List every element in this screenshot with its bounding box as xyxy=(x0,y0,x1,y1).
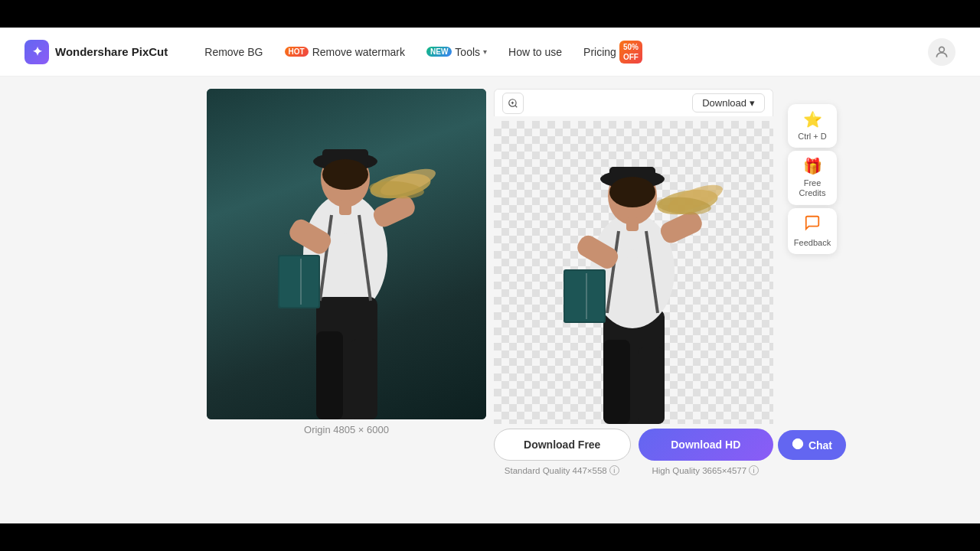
svg-point-8 xyxy=(322,159,368,190)
svg-rect-9 xyxy=(339,200,351,215)
logo-icon: ✦ xyxy=(24,40,49,64)
feedback-label: Feedback xyxy=(794,238,831,248)
logo-area[interactable]: ✦ Wondershare PixCut xyxy=(24,40,168,64)
remove-watermark-link[interactable]: HOT Remove watermark xyxy=(285,46,405,58)
free-credits-widget[interactable]: 🎁 Free Credits xyxy=(788,151,837,204)
chat-button[interactable]: Chat xyxy=(778,430,846,460)
tools-label: Tools xyxy=(455,46,480,58)
download-top-button[interactable]: Download ▾ xyxy=(692,93,765,112)
main-content: Origin 4805 × 6000 Download ▾ xyxy=(0,77,980,523)
pricing-label: Pricing xyxy=(583,46,616,58)
remove-watermark-label: Remove watermark xyxy=(312,46,405,58)
result-woman-figure xyxy=(519,126,749,424)
svg-rect-4 xyxy=(351,339,377,419)
download-hd-button[interactable]: Download HD xyxy=(639,429,774,461)
ctrl-d-label: Ctrl + D xyxy=(798,132,827,142)
svg-point-32 xyxy=(609,177,655,207)
tools-link[interactable]: NEW Tools ▾ xyxy=(426,46,487,58)
svg-rect-27 xyxy=(638,347,665,424)
svg-point-0 xyxy=(939,47,945,52)
feedback-icon xyxy=(804,214,821,235)
standard-quality-info-icon[interactable]: i xyxy=(609,465,619,475)
original-image-bg xyxy=(207,89,486,419)
high-quality-label: High Quality 3665×4577 i xyxy=(638,465,774,475)
panels-container: Origin 4805 × 6000 Download ▾ xyxy=(203,89,777,475)
logo-text: Wondershare PixCut xyxy=(55,45,168,58)
svg-rect-39 xyxy=(565,271,604,321)
pricing-percent: 50% xyxy=(623,43,639,51)
user-icon-button[interactable] xyxy=(928,38,956,66)
original-dimension-label: Origin 4805 × 6000 xyxy=(304,424,389,435)
original-image-wrapper xyxy=(207,89,486,419)
chat-label: Chat xyxy=(808,439,832,452)
how-to-use-link[interactable]: How to use xyxy=(508,46,562,58)
right-sidebar: ⭐ Ctrl + D 🎁 Free Credits Feedback xyxy=(788,104,837,254)
original-image-label: Origin 4805 × 6000 xyxy=(203,424,490,435)
chevron-down-icon: ▾ xyxy=(483,47,487,56)
zoom-button[interactable] xyxy=(502,93,524,114)
navbar: ✦ Wondershare PixCut Remove BG HOT Remov… xyxy=(0,28,980,77)
gift-icon: 🎁 xyxy=(803,157,822,175)
pricing-link[interactable]: Pricing 50% OFF xyxy=(583,41,642,64)
chevron-down-icon: ▾ xyxy=(750,97,755,109)
remove-bg-link[interactable]: Remove BG xyxy=(204,46,263,58)
chat-icon xyxy=(792,438,804,452)
black-bar-top xyxy=(0,0,980,28)
high-quality-info-icon[interactable]: i xyxy=(749,465,759,475)
quality-labels-row: Standard Quality 447×558 i High Quality … xyxy=(494,465,773,475)
original-woman-figure xyxy=(232,102,462,419)
download-top-label: Download xyxy=(702,97,746,109)
standard-quality-text: Standard Quality 447×558 xyxy=(505,466,607,475)
standard-quality-label: Standard Quality 447×558 i xyxy=(494,465,630,475)
download-buttons-row: Download Free Download HD xyxy=(494,429,773,461)
download-free-button[interactable]: Download Free xyxy=(494,429,631,461)
result-top-bar: Download ▾ xyxy=(494,89,773,116)
svg-point-45 xyxy=(792,439,802,448)
hot-badge: HOT xyxy=(285,47,309,57)
bottom-buttons-area: Download Free Download HD Standard Quali… xyxy=(494,429,773,475)
bookmark-widget[interactable]: ⭐ Ctrl + D xyxy=(788,104,837,148)
star-icon: ⭐ xyxy=(803,110,822,129)
pricing-off-badge: 50% OFF xyxy=(619,41,642,64)
pricing-off-text: OFF xyxy=(623,53,639,61)
feedback-widget[interactable]: Feedback xyxy=(788,208,837,254)
panel-result: Download ▾ xyxy=(490,89,777,475)
svg-rect-15 xyxy=(279,256,318,307)
result-image-wrapper xyxy=(494,121,773,424)
svg-rect-33 xyxy=(626,217,639,231)
svg-line-22 xyxy=(515,105,518,107)
free-credits-label: Free Credits xyxy=(791,178,834,198)
nav-links: Remove BG HOT Remove watermark NEW Tools… xyxy=(204,41,903,64)
svg-rect-3 xyxy=(316,331,343,419)
svg-rect-26 xyxy=(603,340,630,424)
high-quality-text: High Quality 3665×4577 xyxy=(652,466,746,475)
new-badge: NEW xyxy=(426,47,452,57)
result-image-area xyxy=(494,121,773,424)
black-bar-bottom xyxy=(0,523,980,551)
panel-original: Origin 4805 × 6000 xyxy=(203,89,490,435)
